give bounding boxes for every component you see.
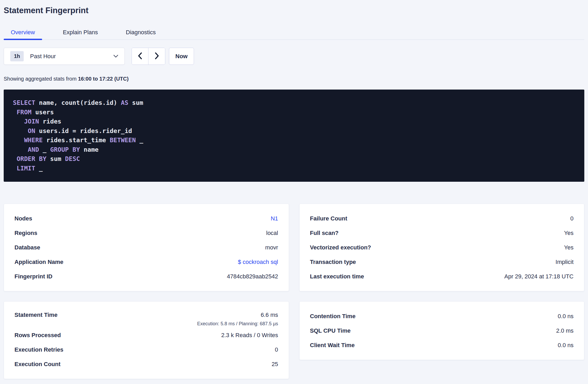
stat-row-failure-count: Failure Count0 [310, 211, 574, 226]
stat-row-client-wait-time: Client Wait Time0.0 ns [310, 338, 574, 352]
stat-row-transaction-type: Transaction typeImplicit [310, 255, 574, 269]
stat-label: Contention Time [310, 313, 356, 320]
stat-label: Failure Count [310, 215, 347, 222]
stat-label: Execution Count [14, 361, 61, 368]
tab-explain-plans[interactable]: Explain Plans [56, 25, 105, 40]
stat-row-vectorized-execution: Vectorized execution?Yes [310, 240, 574, 255]
stat-row-regions: Regionslocal [14, 226, 278, 240]
stat-value: Yes [564, 244, 574, 251]
stat-value: 2.3 k Reads / 0 Writes [221, 332, 278, 339]
stat-value: 2.0 ms [556, 327, 574, 334]
stat-value: 0 [275, 346, 278, 353]
stat-label: Fingerprint ID [14, 273, 52, 280]
tab-diagnostics[interactable]: Diagnostics [119, 25, 163, 40]
stat-label: Application Name [14, 259, 63, 265]
stat-value: 25 [272, 361, 278, 368]
wait-time-card: Contention Time0.0 nsSQL CPU Time2.0 msC… [299, 301, 585, 360]
stat-label: Nodes [14, 215, 32, 222]
next-interval-button[interactable] [148, 48, 165, 65]
note-time-range: 16:00 to 17:22 (UTC) [78, 76, 128, 82]
stat-row-database: Databasemovr [14, 240, 278, 255]
details-cards-row: NodesN1RegionslocalDatabasemovrApplicati… [4, 204, 584, 291]
stat-label: Transaction type [310, 259, 356, 265]
stat-row-last-execution-time: Last execution timeApr 29, 2024 at 17:18… [310, 269, 574, 284]
sql-line: ORDER BY sum DESC [13, 154, 575, 164]
stat-value: 0.0 ns [558, 313, 574, 320]
stat-row-execution-retries: Execution Retries0 [14, 342, 278, 357]
sql-line: SELECT name, count(rides.id) AS sum [13, 98, 575, 108]
tab-bar: OverviewExplain PlansDiagnostics [4, 25, 584, 40]
aggregated-stats-note: Showing aggregated stats from 16:00 to 1… [4, 76, 584, 82]
stat-label: Full scan? [310, 230, 339, 237]
now-button[interactable]: Now [169, 48, 194, 65]
chevron-left-icon [137, 52, 143, 61]
interval-badge: 1h [10, 51, 24, 61]
stat-label: Rows Processed [14, 332, 61, 339]
sql-line: WHERE rides.start_time BETWEEN _ [13, 136, 575, 145]
chevron-right-icon [154, 52, 160, 61]
stat-label: Vectorized execution? [310, 244, 371, 251]
chevron-down-icon [113, 55, 118, 58]
stat-label: Regions [14, 230, 37, 237]
note-prefix: Showing aggregated stats from [4, 76, 78, 82]
stat-value: 0.0 ns [558, 342, 574, 349]
stat-value: 6.6 ms [261, 312, 278, 318]
stat-label: Execution Retries [14, 346, 63, 353]
stat-label: Last execution time [310, 273, 364, 280]
stat-row-nodes: NodesN1 [14, 211, 278, 226]
stat-value: Implicit [556, 259, 574, 265]
nodes-link[interactable]: N1 [271, 215, 278, 222]
execution-attributes-card: Failure Count0Full scan?YesVectorized ex… [299, 204, 585, 291]
prev-interval-button[interactable] [132, 48, 148, 65]
stat-value: Apr 29, 2024 at 17:18 UTC [504, 273, 574, 280]
stat-label: SQL CPU Time [310, 327, 351, 334]
stat-row-application-name: Application Name$ cockroach sql [14, 255, 278, 269]
stat-row-rows-processed: Rows Processed2.3 k Reads / 0 Writes [14, 328, 278, 342]
stat-row-fingerprint-id: Fingerprint ID4784cb829aab2542 [14, 269, 278, 284]
statement-details-card: NodesN1RegionslocalDatabasemovrApplicati… [4, 204, 289, 291]
tab-overview[interactable]: Overview [4, 25, 42, 40]
stat-value: 4784cb829aab2542 [227, 273, 278, 280]
stat-value: local [266, 230, 278, 237]
sql-line: LIMIT _ [13, 164, 575, 173]
sql-line: ON users.id = rides.rider_id [13, 126, 575, 136]
stat-label: Statement Time [14, 312, 57, 318]
sql-line: JOIN rides [13, 117, 575, 126]
stat-subvalue: Execution: 5.8 ms / Planning: 687.5 µs [14, 321, 278, 328]
interval-label: Past Hour [30, 53, 56, 60]
statement-time-card: Statement Time6.6 msExecution: 5.8 ms / … [4, 301, 289, 379]
stat-row-execution-count: Execution Count25 [14, 357, 278, 371]
sql-statement: SELECT name, count(rides.id) AS sum FROM… [4, 90, 584, 182]
statement-fingerprint-page: Statement Fingerprint OverviewExplain Pl… [0, 6, 588, 379]
stat-row-statement-time: Statement Time6.6 ms [14, 309, 278, 321]
time-interval-dropdown[interactable]: 1h Past Hour [4, 48, 125, 65]
time-range-nav [132, 48, 165, 65]
stat-value: 0 [570, 215, 574, 222]
stat-value: movr [265, 244, 278, 251]
stat-row-contention-time: Contention Time0.0 ns [310, 309, 574, 323]
timing-cards-row: Statement Time6.6 msExecution: 5.8 ms / … [4, 301, 584, 379]
stat-value: Yes [564, 230, 574, 237]
stat-row-sql-cpu-time: SQL CPU Time2.0 ms [310, 323, 574, 338]
time-controls: 1h Past Hour [4, 48, 584, 65]
stat-label: Client Wait Time [310, 342, 355, 349]
stat-label: Database [14, 244, 40, 251]
page-title: Statement Fingerprint [4, 6, 584, 15]
stat-row-full-scan: Full scan?Yes [310, 226, 574, 240]
application-name-link[interactable]: $ cockroach sql [238, 259, 278, 265]
sql-line: AND _ GROUP BY name [13, 145, 575, 155]
sql-line: FROM users [13, 108, 575, 117]
